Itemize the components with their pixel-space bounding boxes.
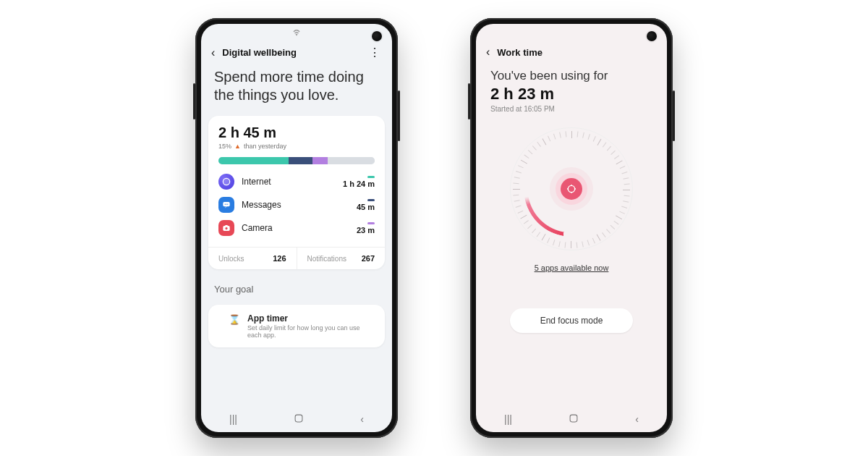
work-time-value: 2 h 23 m [476,83,667,105]
recents-button[interactable]: ||| [229,413,237,425]
svg-point-4 [227,204,228,205]
stats-row: Unlocks 126 Notifications 267 [208,247,385,269]
usage-bar [218,157,375,164]
screen-work-time: ‹ Work time You've been using for 2 h 23… [476,24,667,432]
usage-card[interactable]: 2 h 45 m 15% ▲ than yesterday Internet1 … [208,116,385,269]
app-header: ‹ Digital wellbeing ⋮ [201,43,392,62]
app-row[interactable]: Camera23 m [218,216,375,240]
notifications-value: 267 [362,254,375,263]
goal-subtitle: Set daily limit for how long you can use… [247,324,365,339]
page-title: Work time [497,47,657,58]
app-icon [218,174,234,190]
app-row[interactable]: Messages45 m [218,193,375,216]
svg-point-2 [225,204,226,205]
wifi-icon [292,29,301,38]
goal-card[interactable]: ⌛ App timer Set daily limit for how long… [208,305,385,347]
app-color-dot [367,176,375,178]
front-camera [372,31,382,41]
notifications-label: Notifications [307,255,346,263]
unlocks-stat[interactable]: Unlocks 126 [208,248,297,269]
unlocks-value: 126 [273,254,286,263]
app-icon [218,197,234,213]
back-icon[interactable]: ‹ [486,46,490,59]
hourglass-icon: ⌛ [229,314,240,325]
delta-text: than yesterday [244,143,286,150]
app-name: Internet [242,177,336,187]
goal-title: App timer [247,313,365,324]
status-bar [201,24,392,43]
app-row[interactable]: Internet1 h 24 m [218,170,375,193]
front-camera [647,31,657,41]
usage-segment [289,157,312,164]
usage-segment [218,157,289,164]
home-button[interactable] [569,413,579,426]
app-time: 45 m [357,203,375,211]
back-button[interactable]: ‹ [360,413,364,425]
app-color-dot [367,199,375,201]
using-for-label: You've been using for [476,62,667,83]
headline: Spend more time doing the things you lov… [201,62,392,111]
app-color-dot [367,222,375,224]
focus-dial: 5 apps available now [476,127,667,272]
screen-digital-wellbeing: ‹ Digital wellbeing ⋮ Spend more time do… [201,24,392,432]
page-title: Digital wellbeing [222,47,362,58]
svg-point-6 [225,227,228,230]
unlocks-label: Unlocks [218,255,244,263]
back-button[interactable]: ‹ [635,413,639,425]
app-list: Internet1 h 24 mMessages45 mCamera23 m [218,170,375,240]
phone-right: ‹ Work time You've been using for 2 h 23… [470,18,673,438]
up-arrow-icon: ▲ [234,143,241,150]
usage-segment [312,157,328,164]
usage-segment [328,157,375,164]
svg-rect-7 [225,225,228,227]
app-name: Camera [242,223,349,233]
notifications-stat[interactable]: Notifications 267 [297,248,386,269]
svg-point-3 [226,204,226,205]
app-header: ‹ Work time [476,43,667,62]
home-button[interactable] [294,413,304,426]
back-icon[interactable]: ‹ [211,46,215,59]
started-at: Started at 16:05 PM [476,105,667,113]
phone-left: ‹ Digital wellbeing ⋮ Spend more time do… [195,18,398,438]
end-focus-button[interactable]: End focus mode [510,308,633,333]
android-navbar: ||| ‹ [201,406,392,432]
progress-arc [524,141,619,237]
status-bar [476,24,667,43]
recents-button[interactable]: ||| [504,413,512,425]
delta-percent: 15% [218,143,231,150]
svg-rect-10 [570,415,577,422]
total-screen-time: 2 h 45 m [218,124,375,141]
android-navbar: ||| ‹ [476,406,667,432]
app-time: 23 m [357,226,375,235]
app-time: 1 h 24 m [343,180,375,188]
app-name: Messages [242,200,349,210]
more-icon[interactable]: ⋮ [369,46,382,59]
app-icon [218,220,234,236]
svg-rect-8 [295,415,302,422]
apps-available-link[interactable]: 5 apps available now [535,263,609,272]
your-goal-header: Your goal [201,274,392,299]
delta-row: 15% ▲ than yesterday [218,143,375,150]
